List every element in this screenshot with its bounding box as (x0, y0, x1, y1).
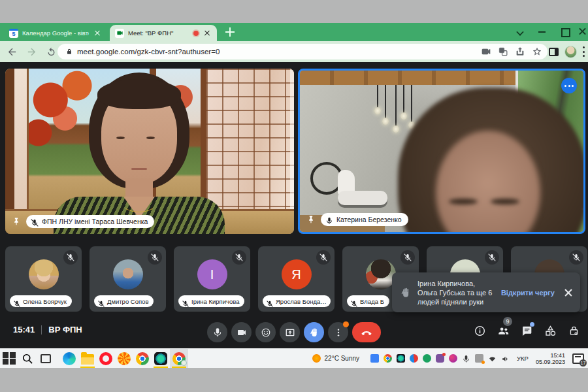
language-indicator[interactable]: УКР (517, 355, 529, 362)
raised-hand-icon (400, 287, 412, 299)
pin-icon[interactable] (12, 216, 21, 227)
participant-tile[interactable]: Олена Боярчук (5, 246, 82, 312)
toolbar-right-cluster (549, 44, 585, 59)
tab-meet-close-icon[interactable] (203, 29, 212, 38)
url-text[interactable]: meet.google.com/gzk-cbvr-snt?authuser=0 (77, 48, 474, 56)
end-call-button[interactable] (352, 322, 381, 342)
forward-button[interactable] (24, 44, 39, 59)
bookmark-star-icon[interactable] (532, 46, 542, 57)
toast-close-icon[interactable] (563, 287, 574, 298)
tray-speaker-icon[interactable] (501, 354, 510, 363)
raise-hand-button[interactable] (304, 322, 324, 342)
tray-display-icon[interactable] (370, 354, 379, 363)
tab-calendar-close-icon[interactable] (93, 29, 102, 38)
windows-taskbar: 22°C Sunny УКР 15:41 05.09.2023 17 (0, 348, 588, 368)
tab-search-chevron-icon[interactable] (515, 26, 525, 37)
video-tile-main-left[interactable]: ФПН ЛНУ імені Тараса Шевченка (5, 69, 294, 234)
participant-tile[interactable]: Дмитро Сопов (90, 246, 166, 312)
search-button[interactable] (18, 349, 37, 368)
present-screen-button[interactable] (280, 322, 300, 342)
tray-chrome-icon[interactable] (384, 354, 392, 363)
people-count-badge: 9 (503, 317, 512, 326)
windows-logo-icon (3, 352, 16, 365)
mic-muted-icon (63, 250, 78, 265)
address-bar[interactable]: meet.google.com/gzk-cbvr-snt?authuser=0 (57, 44, 547, 59)
chat-button[interactable] (520, 324, 533, 337)
tray-viber-icon[interactable] (436, 354, 444, 363)
camera-permission-icon[interactable] (481, 46, 491, 57)
meeting-details-button[interactable] (473, 324, 486, 337)
taskbar-chrome-active[interactable] (170, 349, 188, 368)
window-close-button[interactable] (578, 26, 588, 37)
tab-meet[interactable]: Meet: "ВР ФПН" (110, 25, 217, 41)
tab-meet-title: Meet: "ВР ФПН" (128, 29, 189, 37)
open-queue-link[interactable]: Відкрити чергу (501, 289, 555, 297)
task-view-button[interactable] (37, 349, 55, 368)
window-maximize-button[interactable] (559, 26, 570, 37)
activities-button[interactable] (544, 324, 557, 337)
browser-menu-icon[interactable] (583, 46, 585, 57)
tray-audio-app-icon[interactable] (449, 354, 457, 363)
host-controls-button[interactable] (567, 324, 580, 337)
opera-icon (99, 352, 112, 365)
weather-text: 22°C Sunny (325, 355, 359, 362)
mic-muted-icon (232, 250, 246, 265)
participant-name: Ярослав Бонда… (276, 298, 327, 305)
share-icon[interactable] (515, 46, 525, 57)
tray-app-icon[interactable] (410, 354, 418, 363)
participant-tile[interactable]: І Ірина Кирпичова (174, 246, 250, 312)
taskbar-clock[interactable]: 15:41 05.09.2023 (536, 352, 565, 365)
new-tab-button[interactable] (225, 27, 235, 37)
participant-name: Катерина Березенко (336, 216, 402, 223)
participant-name: Влада Б (360, 298, 384, 305)
taskbar-edge[interactable] (60, 349, 78, 368)
more-options-button[interactable] (328, 322, 348, 342)
participant-tile[interactable]: Я Ярослав Бонда… (258, 246, 335, 312)
back-button[interactable] (4, 44, 20, 59)
task-view-icon (41, 354, 51, 363)
taskbar-webex[interactable] (152, 349, 170, 368)
meeting-info: 15:41 ВР ФПН (13, 325, 82, 335)
taskbar-chrome[interactable] (133, 349, 152, 368)
action-center-button[interactable]: 17 (572, 353, 584, 364)
reactions-button[interactable] (255, 322, 276, 342)
loft-background (300, 71, 583, 232)
taskbar-explorer[interactable] (78, 349, 97, 368)
mic-muted-icon (31, 218, 39, 225)
meet-favicon-icon (115, 29, 124, 38)
camera-button[interactable] (231, 322, 252, 342)
side-panel-icon[interactable] (549, 48, 559, 56)
mic-muted-icon (14, 298, 20, 304)
participant-name-pill: ФПН ЛНУ імені Тараса Шевченка (26, 215, 154, 228)
profile-avatar[interactable] (564, 46, 577, 58)
window-minimize-button[interactable] (537, 26, 547, 37)
tab-calendar[interactable]: 5 Календар Google - вівторок, 5 вересн (4, 25, 107, 41)
tray-shield-icon[interactable] (423, 354, 431, 363)
file-explorer-icon (81, 354, 94, 365)
people-button[interactable]: 9 (497, 324, 510, 337)
tray-cast-icon[interactable] (475, 354, 483, 363)
taskbar-photo-app[interactable] (115, 349, 133, 368)
search-icon (21, 352, 34, 365)
translate-icon[interactable] (498, 46, 508, 57)
video-tile-main-right[interactable]: Катерина Березенко (298, 69, 585, 234)
taskbar-opera[interactable] (97, 349, 115, 368)
participant-name: Дмитро Сопов (107, 298, 148, 305)
participant-name: ФПН ЛНУ імені Тараса Шевченка (42, 218, 148, 225)
browser-toolbar: meet.google.com/gzk-cbvr-snt?authuser=0 (0, 41, 588, 62)
weather-widget[interactable]: 22°C Sunny (312, 354, 359, 363)
meeting-time: 15:41 (13, 325, 35, 335)
tray-mic-icon[interactable] (462, 354, 470, 363)
tab-calendar-title: Календар Google - вівторок, 5 вересн (22, 29, 89, 37)
clock-time: 15:41 (536, 352, 565, 359)
start-button[interactable] (0, 349, 18, 368)
pin-icon[interactable] (306, 214, 316, 225)
microphone-button[interactable] (207, 322, 227, 342)
tray-wifi-icon[interactable] (488, 354, 497, 363)
reload-button[interactable] (43, 44, 59, 59)
tray-webex-icon[interactable] (397, 354, 405, 363)
mic-icon (325, 216, 333, 223)
tile-more-options-button[interactable] (561, 78, 577, 93)
edge-icon (63, 352, 76, 365)
letterbox-top (0, 0, 588, 23)
